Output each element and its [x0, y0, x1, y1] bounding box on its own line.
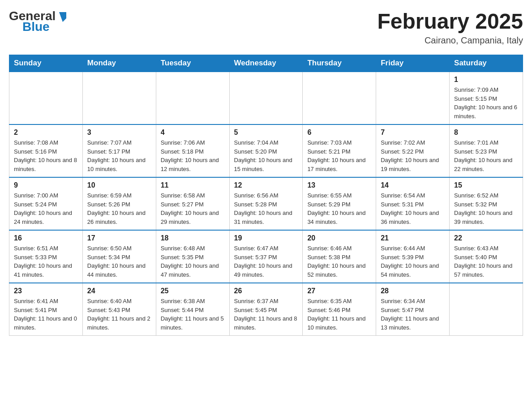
calendar-week-row: 16Sunrise: 6:51 AMSunset: 5:33 PMDayligh…	[9, 230, 523, 283]
calendar-table: Sunday Monday Tuesday Wednesday Thursday…	[9, 55, 523, 336]
day-info: Sunrise: 6:37 AMSunset: 5:45 PMDaylight:…	[234, 297, 298, 332]
day-number: 23	[14, 287, 78, 295]
calendar-cell: 28Sunrise: 6:34 AMSunset: 5:47 PMDayligh…	[376, 283, 450, 336]
day-info: Sunrise: 7:09 AMSunset: 5:15 PMDaylight:…	[454, 86, 518, 120]
calendar-cell: 18Sunrise: 6:48 AMSunset: 5:35 PMDayligh…	[156, 230, 229, 283]
day-info: Sunrise: 6:35 AMSunset: 5:46 PMDaylight:…	[307, 297, 371, 332]
day-number: 11	[161, 181, 225, 189]
calendar-cell: 16Sunrise: 6:51 AMSunset: 5:33 PMDayligh…	[9, 230, 83, 283]
calendar-cell: 24Sunrise: 6:40 AMSunset: 5:43 PMDayligh…	[82, 283, 156, 336]
day-number: 7	[381, 128, 445, 137]
day-info: Sunrise: 6:51 AMSunset: 5:33 PMDaylight:…	[14, 244, 78, 279]
day-number: 28	[381, 287, 445, 295]
col-wednesday: Wednesday	[229, 55, 303, 72]
day-info: Sunrise: 6:52 AMSunset: 5:32 PMDaylight:…	[454, 191, 518, 226]
calendar-week-row: 1Sunrise: 7:09 AMSunset: 5:15 PMDaylight…	[9, 72, 523, 124]
calendar-week-row: 2Sunrise: 7:08 AMSunset: 5:16 PMDaylight…	[9, 124, 523, 177]
calendar-cell: 14Sunrise: 6:54 AMSunset: 5:31 PMDayligh…	[376, 177, 450, 230]
day-number: 17	[87, 234, 151, 242]
calendar-cell	[9, 72, 83, 124]
day-number: 21	[381, 234, 445, 242]
day-number: 12	[234, 181, 298, 189]
day-number: 18	[161, 234, 225, 242]
calendar-cell: 2Sunrise: 7:08 AMSunset: 5:16 PMDaylight…	[9, 124, 83, 177]
day-number: 3	[87, 128, 151, 137]
title-area: February 2025 Cairano, Campania, Italy	[377, 9, 523, 46]
calendar-cell: 25Sunrise: 6:38 AMSunset: 5:44 PMDayligh…	[156, 283, 229, 336]
calendar-cell: 27Sunrise: 6:35 AMSunset: 5:46 PMDayligh…	[303, 283, 376, 336]
calendar-cell: 11Sunrise: 6:58 AMSunset: 5:27 PMDayligh…	[156, 177, 229, 230]
day-info: Sunrise: 6:47 AMSunset: 5:37 PMDaylight:…	[234, 244, 298, 279]
calendar-cell: 1Sunrise: 7:09 AMSunset: 5:15 PMDaylight…	[450, 72, 523, 124]
day-number: 19	[234, 234, 298, 242]
calendar-cell: 26Sunrise: 6:37 AMSunset: 5:45 PMDayligh…	[229, 283, 303, 336]
calendar-cell: 12Sunrise: 6:56 AMSunset: 5:28 PMDayligh…	[229, 177, 303, 230]
day-number: 14	[381, 181, 445, 189]
month-title: February 2025	[377, 9, 523, 34]
calendar-cell	[156, 72, 229, 124]
day-number: 15	[454, 181, 518, 189]
day-info: Sunrise: 6:55 AMSunset: 5:29 PMDaylight:…	[307, 191, 371, 226]
calendar-cell: 9Sunrise: 7:00 AMSunset: 5:24 PMDaylight…	[9, 177, 83, 230]
day-number: 13	[307, 181, 371, 189]
day-number: 10	[87, 181, 151, 189]
calendar-cell: 3Sunrise: 7:07 AMSunset: 5:17 PMDaylight…	[82, 124, 156, 177]
day-info: Sunrise: 7:04 AMSunset: 5:20 PMDaylight:…	[234, 138, 298, 173]
calendar-cell: 7Sunrise: 7:02 AMSunset: 5:22 PMDaylight…	[376, 124, 450, 177]
day-number: 20	[307, 234, 371, 242]
day-info: Sunrise: 7:08 AMSunset: 5:16 PMDaylight:…	[14, 138, 78, 173]
day-number: 16	[14, 234, 78, 242]
day-info: Sunrise: 7:00 AMSunset: 5:24 PMDaylight:…	[14, 191, 78, 226]
day-info: Sunrise: 6:46 AMSunset: 5:38 PMDaylight:…	[307, 244, 371, 279]
calendar-cell: 19Sunrise: 6:47 AMSunset: 5:37 PMDayligh…	[229, 230, 303, 283]
calendar-cell	[82, 72, 156, 124]
calendar-cell	[450, 283, 523, 336]
day-number: 22	[454, 234, 518, 242]
calendar-cell: 13Sunrise: 6:55 AMSunset: 5:29 PMDayligh…	[303, 177, 376, 230]
day-info: Sunrise: 6:34 AMSunset: 5:47 PMDaylight:…	[381, 297, 445, 332]
day-info: Sunrise: 6:38 AMSunset: 5:44 PMDaylight:…	[161, 297, 225, 332]
day-info: Sunrise: 7:06 AMSunset: 5:18 PMDaylight:…	[161, 138, 225, 173]
day-info: Sunrise: 7:07 AMSunset: 5:17 PMDaylight:…	[87, 138, 151, 173]
col-tuesday: Tuesday	[156, 55, 229, 72]
calendar-cell: 8Sunrise: 7:01 AMSunset: 5:23 PMDaylight…	[450, 124, 523, 177]
calendar-cell: 22Sunrise: 6:43 AMSunset: 5:40 PMDayligh…	[450, 230, 523, 283]
calendar-cell: 21Sunrise: 6:44 AMSunset: 5:39 PMDayligh…	[376, 230, 450, 283]
col-monday: Monday	[82, 55, 156, 72]
day-info: Sunrise: 6:54 AMSunset: 5:31 PMDaylight:…	[381, 191, 445, 226]
calendar-cell: 5Sunrise: 7:04 AMSunset: 5:20 PMDaylight…	[229, 124, 303, 177]
calendar-cell	[376, 72, 450, 124]
calendar-cell	[303, 72, 376, 124]
calendar-cell	[229, 72, 303, 124]
day-info: Sunrise: 6:48 AMSunset: 5:35 PMDaylight:…	[161, 244, 225, 279]
day-number: 5	[234, 128, 298, 137]
calendar-cell: 10Sunrise: 6:59 AMSunset: 5:26 PMDayligh…	[82, 177, 156, 230]
calendar-cell: 15Sunrise: 6:52 AMSunset: 5:32 PMDayligh…	[450, 177, 523, 230]
day-info: Sunrise: 6:43 AMSunset: 5:40 PMDaylight:…	[454, 244, 518, 279]
logo-blue-text: Blue	[22, 20, 50, 34]
day-number: 26	[234, 287, 298, 295]
logo: General Blue	[9, 9, 69, 34]
day-info: Sunrise: 6:44 AMSunset: 5:39 PMDaylight:…	[381, 244, 445, 279]
location: Cairano, Campania, Italy	[377, 35, 523, 46]
day-info: Sunrise: 6:40 AMSunset: 5:43 PMDaylight:…	[87, 297, 151, 332]
calendar-week-row: 23Sunrise: 6:41 AMSunset: 5:41 PMDayligh…	[9, 283, 523, 336]
calendar-cell: 6Sunrise: 7:03 AMSunset: 5:21 PMDaylight…	[303, 124, 376, 177]
day-info: Sunrise: 7:01 AMSunset: 5:23 PMDaylight:…	[454, 138, 518, 173]
day-info: Sunrise: 6:59 AMSunset: 5:26 PMDaylight:…	[87, 191, 151, 226]
calendar-cell: 23Sunrise: 6:41 AMSunset: 5:41 PMDayligh…	[9, 283, 83, 336]
day-info: Sunrise: 7:02 AMSunset: 5:22 PMDaylight:…	[381, 138, 445, 173]
col-sunday: Sunday	[9, 55, 83, 72]
calendar-cell: 4Sunrise: 7:06 AMSunset: 5:18 PMDaylight…	[156, 124, 229, 177]
day-info: Sunrise: 7:03 AMSunset: 5:21 PMDaylight:…	[307, 138, 371, 173]
calendar-week-row: 9Sunrise: 7:00 AMSunset: 5:24 PMDaylight…	[9, 177, 523, 230]
day-number: 27	[307, 287, 371, 295]
day-info: Sunrise: 6:58 AMSunset: 5:27 PMDaylight:…	[161, 191, 225, 226]
day-number: 2	[14, 128, 78, 137]
day-number: 1	[454, 76, 518, 84]
day-info: Sunrise: 6:50 AMSunset: 5:34 PMDaylight:…	[87, 244, 151, 279]
day-info: Sunrise: 6:56 AMSunset: 5:28 PMDaylight:…	[234, 191, 298, 226]
calendar-cell: 20Sunrise: 6:46 AMSunset: 5:38 PMDayligh…	[303, 230, 376, 283]
day-number: 9	[14, 181, 78, 189]
svg-marker-0	[59, 12, 66, 22]
